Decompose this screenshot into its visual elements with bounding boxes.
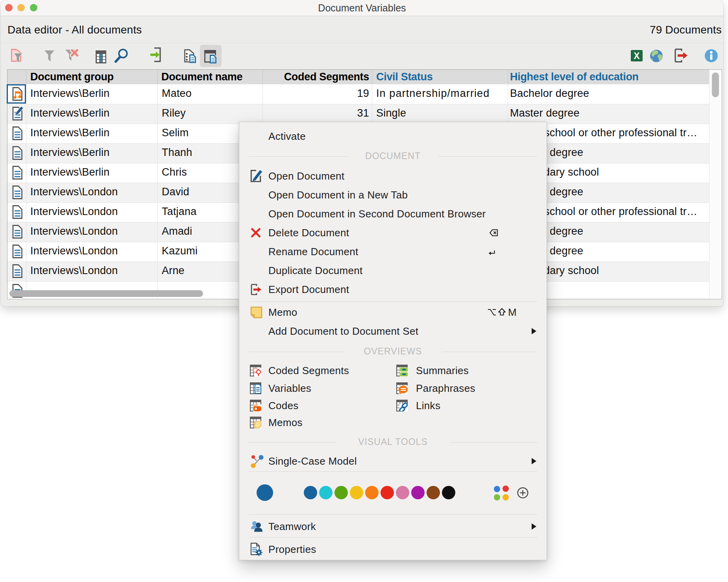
svg-text:X: X xyxy=(634,51,640,61)
